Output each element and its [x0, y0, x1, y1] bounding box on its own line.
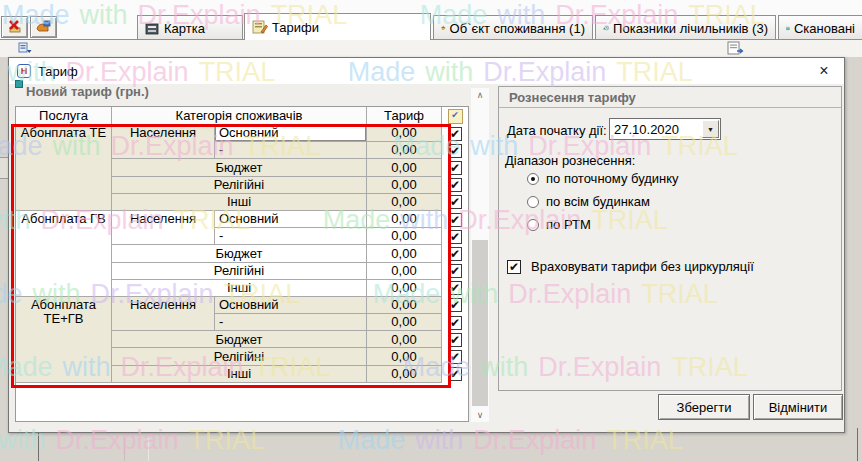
tariff-value-cell[interactable]: 0,00 [367, 348, 442, 365]
radio-all-buildings[interactable]: по всім будинкам [527, 194, 650, 209]
orange-tool-icon [35, 19, 52, 35]
subcategory-cell[interactable]: Релігійні [112, 177, 367, 194]
radio-icon[interactable] [527, 219, 539, 231]
tab-card-label: Картка [164, 21, 205, 36]
row-checkbox[interactable]: ✔ [448, 247, 462, 261]
radio-current-building[interactable]: по поточному будинку [527, 171, 679, 186]
right-divider-fragment [857, 428, 858, 461]
meter-clock-icon [603, 21, 609, 35]
subcategory-cell[interactable]: - [215, 228, 367, 245]
subcategory-cell[interactable]: - [215, 142, 367, 159]
subcategory-cell[interactable]: Релігійні [112, 263, 367, 280]
radio-label: по РТМ [546, 217, 591, 232]
group-collapse-toggle[interactable] [15, 80, 23, 88]
tariff-value-cell[interactable]: 0,00 [367, 263, 442, 280]
tariff-value-cell[interactable]: 0,00 [367, 159, 442, 176]
scanned-image-icon [786, 22, 790, 35]
left-panel-fragment [0, 157, 8, 179]
subcategory-cell[interactable]: Бюджет [112, 245, 367, 262]
tariff-value-cell[interactable]: 0,00 [367, 245, 442, 262]
scroll-down-icon[interactable]: ∨ [471, 408, 489, 422]
row-checkbox[interactable]: ✔ [448, 298, 462, 312]
tariff-value-cell[interactable]: 0,00 [367, 297, 442, 314]
cancel-button[interactable]: Відмінити [753, 394, 843, 420]
row-checkbox[interactable]: ✔ [448, 195, 462, 209]
row-checkbox[interactable]: ✔ [448, 350, 462, 364]
subcategory-cell[interactable]: Інші [112, 280, 367, 297]
service-cell[interactable]: Абонплата ТЕ [16, 125, 112, 211]
radio-rtm[interactable]: по РТМ [527, 217, 591, 232]
window-top-strip [0, 0, 862, 14]
delete-toolbar-button[interactable] [1, 16, 28, 38]
subcategory-cell[interactable]: Основний [215, 211, 367, 228]
export-sheet-icon[interactable] [727, 41, 744, 55]
subcategory-cell[interactable]: Інші [112, 366, 367, 383]
tariff-value-cell[interactable]: 0,00 [367, 142, 442, 159]
row-checkbox[interactable]: ✔ [448, 316, 462, 330]
row-checkbox[interactable]: ✔ [448, 213, 462, 227]
start-date-combobox[interactable]: 27.10.2020 ▼ [609, 118, 721, 140]
subcategory-cell[interactable]: Релігійні [112, 348, 367, 365]
tab-meter-readings[interactable]: Показники лічильників (3) [595, 15, 776, 40]
tab-scanned-label: Скановані [794, 21, 855, 36]
row-checkbox[interactable]: ✔ [448, 127, 462, 141]
radio-selected-icon[interactable] [527, 173, 539, 185]
subcategory-cell[interactable]: - [215, 314, 367, 331]
new-tariff-group-title: Новий тариф (грн.) [26, 84, 149, 99]
row-checkbox[interactable]: ✔ [448, 161, 462, 175]
table-scrollbar[interactable]: ∧ ∨ [471, 88, 489, 422]
tariff-value-cell[interactable]: 0,00 [367, 280, 442, 297]
spread-tariff-group: Рознесення тарифу Дата початку дії: 27.1… [498, 86, 842, 391]
row-checkbox[interactable]: ✔ [448, 367, 462, 381]
col-header-category[interactable]: Категорія споживачів [112, 107, 367, 125]
tariff-table: Послуга Категорія споживачів Тариф ✔ Або… [16, 107, 468, 383]
tab-card[interactable]: Картка [137, 15, 243, 40]
tab-tariffs[interactable]: Тарифи [244, 13, 431, 40]
tariff-value-cell[interactable]: 0,00 [367, 366, 442, 383]
category-cell[interactable]: Населення [112, 125, 215, 159]
row-checkbox[interactable]: ✔ [448, 281, 462, 295]
tariff-value-cell[interactable]: 0,00 [367, 228, 442, 245]
subcategory-cell[interactable]: Бюджет [112, 159, 367, 176]
service-cell[interactable]: Абонплата ГВ [16, 211, 112, 297]
row-checkbox[interactable]: ✔ [448, 178, 462, 192]
tools-toolbar-button[interactable] [30, 16, 57, 38]
tab-consumption-object[interactable]: Об`єкт споживання (1) [433, 15, 593, 40]
tariff-value-cell[interactable]: 0,00 [367, 314, 442, 331]
tariff-value-cell[interactable]: 0,00 [367, 211, 442, 228]
row-checkbox[interactable]: ✔ [448, 264, 462, 278]
row-checkbox[interactable]: ✔ [448, 333, 462, 347]
tariff-value-cell[interactable]: 0,00 [367, 177, 442, 194]
groove-fragment-2 [148, 438, 149, 461]
circulation-checkbox-row[interactable]: ✔ Враховувати тарифи без циркурляції [507, 259, 754, 274]
col-header-service[interactable]: Послуга [16, 107, 112, 125]
close-icon[interactable]: × [814, 62, 834, 80]
category-cell[interactable]: Населення [112, 297, 215, 331]
subcategory-cell[interactable]: Основний [215, 297, 367, 314]
dialog-titlebar[interactable]: Н Тариф [9, 58, 844, 84]
service-cell[interactable]: Абонплата ТЕ+ГВ [16, 297, 112, 383]
subcategory-cell[interactable]: Інші [112, 194, 367, 211]
tab-consumption-label: Об`єкт споживання (1) [450, 21, 585, 36]
checkbox-checked-icon[interactable]: ✔ [507, 260, 521, 274]
subcategory-cell[interactable]: Бюджет [112, 331, 367, 348]
card-icon [145, 22, 160, 35]
select-all-check-icon[interactable]: ✔ [448, 109, 463, 124]
row-checkbox[interactable]: ✔ [448, 144, 462, 158]
chevron-down-icon[interactable]: ▼ [702, 120, 719, 138]
radio-icon[interactable] [527, 196, 539, 208]
tariff-value-cell[interactable]: 0,00 [367, 125, 442, 142]
tariff-value-cell[interactable]: 0,00 [367, 194, 442, 211]
col-header-checkbox[interactable]: ✔ [442, 107, 468, 125]
tab-scanned[interactable]: Скановані [778, 15, 862, 40]
scroll-up-icon[interactable]: ∧ [471, 88, 489, 102]
subcategory-cell[interactable]: Основний [215, 125, 367, 142]
category-cell[interactable]: Населення [112, 211, 215, 245]
row-checkbox[interactable]: ✔ [448, 230, 462, 244]
tariff-value-cell[interactable]: 0,00 [367, 331, 442, 348]
save-button[interactable]: Зберегти [658, 394, 750, 420]
scrollbar-thumb[interactable] [472, 240, 488, 406]
list-dropdown-icon[interactable] [18, 42, 32, 54]
left-divider-fragment [38, 433, 39, 461]
col-header-tariff[interactable]: Тариф [367, 107, 442, 125]
